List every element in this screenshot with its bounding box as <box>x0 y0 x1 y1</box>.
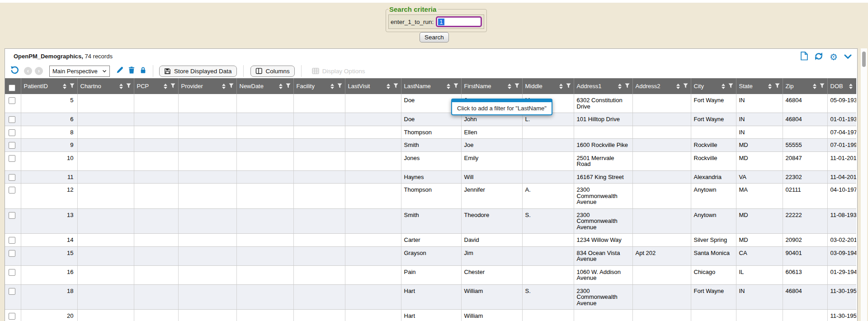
prev-perspective-icon[interactable]: ‹ <box>24 67 32 75</box>
filter-funnel-icon[interactable] <box>393 83 398 90</box>
filter-funnel-icon[interactable] <box>683 83 688 90</box>
sort-icon[interactable] <box>813 84 816 89</box>
column-header-facility[interactable]: Facility <box>293 78 345 94</box>
row-checkbox[interactable] <box>9 250 15 257</box>
row-select-cell <box>5 151 21 170</box>
cell-patientid: 20 <box>21 310 77 321</box>
select-all-checkbox[interactable] <box>9 85 15 91</box>
column-header-dob[interactable]: DOB <box>827 78 856 94</box>
row-checkbox[interactable] <box>9 212 15 219</box>
sort-icon[interactable] <box>279 84 283 89</box>
cell-address1: 834 Ocean Vista Avenue <box>574 246 632 265</box>
column-header-lastname[interactable]: LastName <box>401 78 461 94</box>
store-displayed-data-button[interactable]: Store Displayed Data <box>159 66 237 77</box>
sort-icon[interactable] <box>222 84 226 89</box>
next-perspective-icon[interactable]: › <box>35 67 43 75</box>
cell-state: MD <box>736 234 783 247</box>
row-checkbox[interactable] <box>9 129 15 136</box>
gear-icon[interactable]: ⚙ <box>830 52 838 61</box>
row-select-cell <box>5 265 21 284</box>
perspective-select[interactable]: Main Perspective <box>49 66 110 77</box>
filter-funnel-icon[interactable] <box>625 83 630 90</box>
sort-icon[interactable] <box>330 84 334 89</box>
column-header-state[interactable]: State <box>736 78 783 94</box>
filter-funnel-icon[interactable] <box>70 83 75 90</box>
search-criteria-legend: Search criteria <box>388 5 438 13</box>
column-label: DOB <box>830 83 843 90</box>
undo-icon[interactable] <box>10 66 19 76</box>
filter-funnel-icon[interactable] <box>856 83 857 90</box>
vertical-scrollbar[interactable] <box>861 48 867 321</box>
filter-funnel-icon[interactable] <box>229 83 234 90</box>
cell-chartno <box>77 184 134 209</box>
sort-icon[interactable] <box>119 84 123 89</box>
filter-funnel-icon[interactable] <box>453 83 458 90</box>
column-header-newdate[interactable]: NewDate <box>236 78 293 94</box>
row-checkbox[interactable] <box>9 313 15 320</box>
sort-icon[interactable] <box>676 84 680 89</box>
sort-icon[interactable] <box>164 84 167 89</box>
lock-perspective-icon[interactable] <box>140 66 146 76</box>
sort-icon[interactable] <box>849 84 853 89</box>
refresh-icon[interactable] <box>814 52 823 62</box>
filter-funnel-icon[interactable] <box>126 83 131 90</box>
row-checkbox[interactable] <box>9 142 15 149</box>
column-label: Zip <box>786 83 794 90</box>
new-document-icon[interactable] <box>800 52 808 62</box>
cell-city: Rockville <box>691 139 736 152</box>
sort-icon[interactable] <box>447 84 450 89</box>
row-checkbox[interactable] <box>9 269 15 276</box>
filter-funnel-icon[interactable] <box>514 83 519 90</box>
cell-pcp <box>134 170 178 184</box>
row-checkbox[interactable] <box>9 187 15 194</box>
search-input[interactable]: 1 <box>436 16 482 27</box>
column-header-firstname[interactable]: FirstName <box>461 78 522 94</box>
filter-funnel-icon[interactable] <box>286 83 291 90</box>
column-header-pcp[interactable]: PCP <box>134 78 178 94</box>
column-header-city[interactable]: City <box>691 78 736 94</box>
row-checkbox[interactable] <box>9 155 15 162</box>
column-header-provider[interactable]: Provider <box>178 78 236 94</box>
cell-pcp <box>134 139 178 152</box>
cell-pcp <box>134 94 178 113</box>
cell-address2 <box>632 94 691 113</box>
cell-dob: 11-01-2018 <box>827 151 856 170</box>
column-header-middle[interactable]: Middle <box>522 78 574 94</box>
enter-1-to-run-label: enter_1_to_run: <box>391 19 434 25</box>
filter-funnel-icon[interactable] <box>820 83 825 90</box>
filter-funnel-icon[interactable] <box>337 83 342 90</box>
cell-city: Rockville <box>691 151 736 170</box>
column-header-zip[interactable]: Zip <box>783 78 827 94</box>
column-header-address2[interactable]: Address2 <box>632 78 691 94</box>
filter-funnel-icon[interactable] <box>566 83 571 90</box>
row-checkbox[interactable] <box>9 97 15 104</box>
columns-button[interactable]: Columns <box>250 66 295 77</box>
cell-address1: 2300 Commonwealth Avenue <box>574 284 632 310</box>
sort-icon[interactable] <box>559 84 563 89</box>
chevron-down-icon[interactable] <box>844 53 852 61</box>
delete-perspective-icon[interactable] <box>128 66 135 76</box>
row-checkbox[interactable] <box>9 174 15 181</box>
sort-icon[interactable] <box>722 84 725 89</box>
sort-icon[interactable] <box>768 84 772 89</box>
filter-funnel-icon[interactable] <box>728 83 733 90</box>
filter-funnel-icon[interactable] <box>170 83 175 90</box>
cell-firstname: Jennifer <box>461 184 522 209</box>
search-button[interactable]: Search <box>420 32 449 42</box>
row-checkbox[interactable] <box>9 237 15 244</box>
column-header-lastvisit[interactable]: LastVisit <box>345 78 401 94</box>
sort-icon[interactable] <box>63 84 66 89</box>
sort-icon[interactable] <box>387 84 390 89</box>
cell-address1: 2300 Commonwealth Avenue <box>574 184 632 209</box>
filter-funnel-icon[interactable] <box>775 83 780 90</box>
sort-icon[interactable] <box>618 84 622 89</box>
row-checkbox[interactable] <box>9 288 15 295</box>
cell-state <box>736 310 783 321</box>
edit-perspective-icon[interactable] <box>116 66 123 76</box>
column-header-patientid[interactable]: PatientID <box>21 78 77 94</box>
scrollbar-thumb[interactable] <box>862 52 866 67</box>
column-header-chartno[interactable]: Chartno <box>77 78 134 94</box>
sort-icon[interactable] <box>508 84 511 89</box>
column-header-address1[interactable]: Address1 <box>574 78 632 94</box>
row-checkbox[interactable] <box>9 116 15 123</box>
